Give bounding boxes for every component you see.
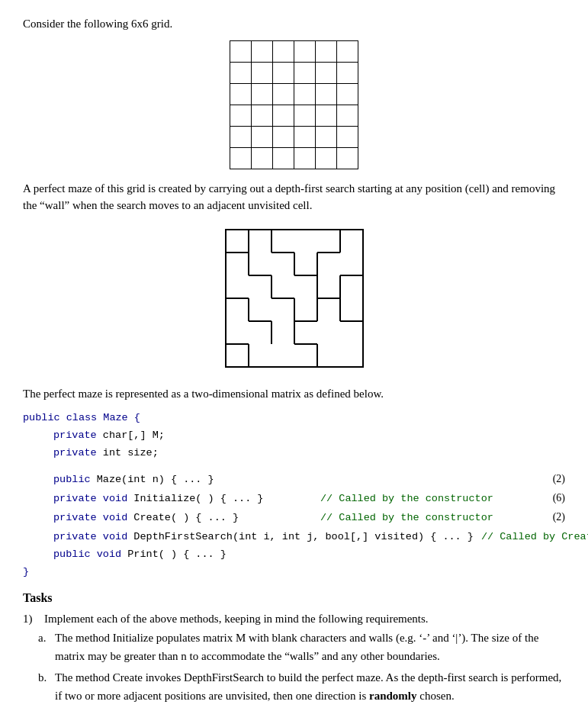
code-comment: // Called by Create <box>481 529 588 546</box>
maze-description: A perfect maze of this grid is created b… <box>23 180 565 214</box>
code-text: private void DepthFirstSearch(int i, int… <box>53 529 474 546</box>
task-1-subitems: a. The method Initialize populates matri… <box>23 629 565 705</box>
task-1: 1) Implement each of the above methods, … <box>23 613 565 705</box>
closing-brace: } <box>23 564 565 581</box>
code-comment: // Called by the constructor <box>320 510 493 527</box>
code-block: public class Maze { private char[,] M; p… <box>23 410 565 581</box>
code-text: private char[,] M; <box>53 427 313 445</box>
maze-container <box>23 222 565 375</box>
grid-container <box>23 40 565 169</box>
task-1-text: Implement each of the above methods, kee… <box>44 613 565 626</box>
table-row <box>230 62 358 83</box>
code-text: private int size; <box>53 445 313 462</box>
task-1b-label: b. <box>38 668 55 687</box>
code-points: (2) <box>493 508 565 526</box>
task-1-header: 1) Implement each of the above methods, … <box>23 613 565 626</box>
task-1a-text: The method Initialize populates matrix M… <box>55 629 565 665</box>
matrix-description: The perfect maze is represented as a two… <box>23 385 565 403</box>
code-line: private int size; <box>53 445 565 462</box>
code-points: (2) <box>473 470 565 488</box>
task-1-number: 1) <box>23 613 44 626</box>
code-text: private void Initialize( ) { ... } <box>53 491 313 508</box>
tasks-title: Tasks <box>23 591 565 605</box>
grid-6x6 <box>230 40 358 169</box>
task-1a-label: a. <box>38 629 55 647</box>
table-row <box>230 40 358 62</box>
task-1b: b. The method Create invokes DepthFirstS… <box>38 668 565 705</box>
table-row <box>230 83 358 105</box>
task-1a: a. The method Initialize populates matri… <box>38 629 565 665</box>
code-line: private void Create( ) { ... } // Called… <box>53 508 565 527</box>
intro-text: Consider the following 6x6 grid. <box>23 15 565 33</box>
code-body: private char[,] M; private int size; pub… <box>23 427 565 564</box>
spacer <box>53 462 565 470</box>
code-line: private char[,] M; <box>53 427 565 445</box>
main-content: Consider the following 6x6 grid. A perfe… <box>23 15 565 711</box>
code-comment: // Called by the constructor <box>320 491 493 508</box>
code-text: public void Print( ) { ... } <box>53 546 313 564</box>
class-header: public class Maze { <box>23 410 565 427</box>
bold-randomly: randomly <box>369 690 417 702</box>
code-line: public void Print( ) { ... } <box>53 546 565 564</box>
class-header-text: public class Maze { <box>23 412 140 423</box>
code-line: public Maze(int n) { ... } (2) <box>53 470 565 489</box>
code-line: private void DepthFirstSearch(int i, int… <box>53 527 565 546</box>
code-text: public Maze(int n) { ... } <box>53 471 313 489</box>
code-points: (6) <box>493 489 565 507</box>
table-row <box>230 105 358 126</box>
table-row <box>230 147 358 169</box>
tasks-section: Tasks 1) Implement each of the above met… <box>23 591 565 711</box>
table-row <box>230 126 358 147</box>
task-1b-text: The method Create invokes DepthFirstSear… <box>55 668 565 705</box>
code-text: private void Create( ) { ... } <box>53 510 313 527</box>
code-line: private void Initialize( ) { ... } // Ca… <box>53 489 565 508</box>
maze-svg <box>218 222 371 375</box>
